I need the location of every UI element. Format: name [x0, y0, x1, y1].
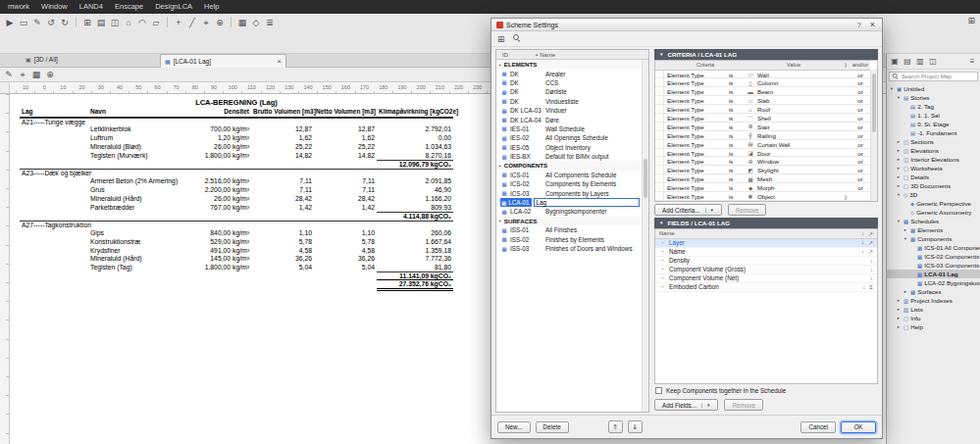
table-row[interactable]: Luftrum1,20 kg/m³1,621,620,00	[20, 134, 453, 143]
criteria-operator[interactable]: is	[729, 72, 747, 78]
project-map-icon[interactable]: ▣	[889, 57, 901, 66]
tree-caret-icon[interactable]: ▸	[896, 166, 902, 171]
field-row-embodied-carbon[interactable]: ▪Embodied Carbon↓Σ	[655, 283, 877, 292]
drag-handle-icon[interactable]: ⋮	[655, 166, 664, 174]
criteria-operator[interactable]: is	[729, 115, 747, 122]
sort-icon[interactable]: ↓	[862, 284, 865, 290]
toolbar-icon-9[interactable]: ◫	[108, 15, 122, 30]
sort-icon[interactable]: ↓	[870, 267, 873, 272]
tree-caret-icon[interactable]: ▸	[896, 316, 902, 321]
criteria-row-morph[interactable]: ⋮Element Typeis◆Morphor	[655, 183, 870, 192]
criteria-row-shell[interactable]: ⋮Element Typeis◠Shellor	[655, 114, 870, 123]
tree-caret-icon[interactable]: ▾	[903, 236, 908, 241]
quick-tool-icon-1[interactable]: ✎	[2, 67, 16, 82]
criteria-row-wall[interactable]: ⋮Element Typeis▭Wallor	[655, 71, 870, 79]
criteria-name[interactable]: Element Type	[664, 184, 729, 191]
tree-caret-icon[interactable]: ▸	[903, 289, 908, 294]
table-row[interactable]: Letklinkerblok700,00 kg/m³12,8712,872.79…	[20, 125, 453, 134]
scheme-list-scrollbar[interactable]	[642, 60, 648, 412]
tree-caret-icon[interactable]: ▾	[896, 219, 902, 223]
criteria-operator[interactable]: is	[729, 150, 747, 157]
tree-caret-icon[interactable]: ▾	[896, 95, 902, 100]
drag-handle-icon[interactable]: ⋮	[655, 149, 664, 158]
scheme-item-dk-arealer[interactable]: ▦DKArealer	[496, 69, 642, 77]
criteria-operator[interactable]: is	[729, 97, 747, 104]
remove-criteria-button[interactable]: Remove	[728, 204, 766, 216]
criteria-operator[interactable]: is	[729, 123, 747, 130]
help-button[interactable]: ?	[853, 22, 865, 28]
menu-enscape[interactable]: Enscape	[109, 0, 149, 14]
criteria-operator[interactable]: is	[729, 167, 747, 173]
tree-item-3d-documents[interactable]: ▸▢3D Documents	[887, 181, 980, 190]
criteria-row-skylight[interactable]: ⋮Element Typeis◩Skylightor	[655, 166, 870, 174]
new-button[interactable]: New...	[497, 421, 531, 433]
scheme-item-lca-02-bygningskomponenter[interactable]: ▦LCA-02Bygningskomponenter	[496, 207, 642, 216]
tree-item-elements[interactable]: ▸▦Elements	[887, 225, 980, 234]
column-header-name[interactable]: Name	[540, 52, 555, 58]
tree-item-schedules[interactable]: ▾▦Schedules	[887, 217, 980, 225]
criteria-operator[interactable]: is	[729, 184, 747, 191]
tree-item-1-fundament[interactable]: ▤-1. Fundament	[887, 128, 980, 137]
scheme-item-ics-01-all-components-schedule[interactable]: ▦ICS-01All Components Schedule	[496, 171, 642, 179]
criteria-value[interactable]: ▬Beam	[747, 88, 841, 95]
table-row[interactable]: Armeret Beton (2% Armering)2.516,00 kg/m…	[20, 177, 453, 186]
toolbar-icon-16[interactable]: ⌖	[199, 15, 213, 30]
list-view-icon[interactable]: ⊞	[497, 34, 505, 44]
scheme-item-iss-01-all-finishes[interactable]: ▦ISS-01All Finishes	[496, 225, 642, 234]
criteria-scrollbar[interactable]	[870, 70, 877, 201]
criteria-value[interactable]: ◆Morph	[747, 184, 841, 191]
menu-window[interactable]: Window	[35, 0, 74, 14]
column-header-name[interactable]: Name	[659, 230, 674, 236]
menu-mwork[interactable]: mwork	[2, 0, 35, 14]
tree-caret-icon[interactable]: ▸	[896, 324, 902, 329]
criteria-value[interactable]: ⊞Window	[747, 158, 841, 165]
criteria-value[interactable]: ◠Shell	[747, 115, 841, 122]
criteria-operator[interactable]: is	[729, 106, 747, 113]
scheme-item-ies-bx-default-for-bimx-output[interactable]: ▦IES-BXDefault for BIMx output	[496, 152, 642, 161]
table-row[interactable]: Mineraluld (Hård)145,00 kg/m³36,2636,267…	[20, 255, 453, 264]
sort-icon[interactable]: ↓	[861, 239, 864, 246]
drag-handle-icon[interactable]: ⋮	[655, 114, 664, 123]
add-criteria-button[interactable]: Add Criteria... ▼	[654, 204, 722, 216]
field-row-component-volume-gross[interactable]: ▪Component Volume (Gross)↓	[655, 266, 877, 274]
import-scheme-icon[interactable]: ⇑	[608, 420, 623, 433]
criteria-operator[interactable]: is	[729, 141, 747, 148]
drag-handle-icon[interactable]: ⋮	[655, 157, 664, 166]
quick-tool-icon-3[interactable]: ▦	[29, 67, 43, 82]
criteria-name[interactable]: Element Type	[664, 97, 729, 104]
drag-handle-icon[interactable]: ⋮	[655, 96, 664, 105]
table-row[interactable]: Krydsfiner491,00 kg/m³4,584,581.359,18	[20, 246, 453, 255]
toolbar-icon-17[interactable]: ⊕	[213, 15, 227, 30]
criteria-name[interactable]: Element Type	[664, 132, 729, 139]
total-row[interactable]: 27.352,76 kgCO₂	[20, 281, 453, 290]
tree-caret-icon[interactable]: ▾	[889, 86, 895, 91]
criteria-row-door[interactable]: ⋮Element Typeis◪Dooror	[655, 149, 870, 158]
drag-handle-icon[interactable]: ⋮	[655, 174, 664, 183]
criteria-value[interactable]: ◉Object	[747, 193, 841, 200]
criteria-value[interactable]: ▦Mesh	[747, 175, 841, 182]
toolbar-icon-11[interactable]: ◠	[135, 15, 149, 30]
scheme-name-edit-field[interactable]: Lag	[534, 198, 640, 207]
toolbar-icon-2[interactable]: ▭	[17, 15, 30, 30]
criteria-row-roof[interactable]: ⋮Element Typeis⌂Roofor	[655, 105, 870, 114]
tree-item-elevations[interactable]: ▸◫Elevations	[887, 146, 980, 155]
criteria-name[interactable]: Element Type	[664, 123, 729, 130]
drag-handle-icon[interactable]: ⋮	[655, 123, 664, 131]
scrollbar-thumb[interactable]	[644, 159, 647, 198]
tree-caret-icon[interactable]: ▸	[896, 148, 902, 153]
scheme-item-dk-ccs[interactable]: ▦DKCCS	[496, 78, 642, 87]
tree-item-components[interactable]: ▾▦Components	[887, 234, 980, 243]
criteria-name[interactable]: Element Type	[664, 193, 729, 200]
scheme-item-dk-lca-04-d-re[interactable]: ▦DK LCA-04Døre	[496, 115, 642, 123]
group-row[interactable]: A21-----Tunge vægge	[20, 118, 453, 126]
dialog-titlebar[interactable]: Scheme Settings ? ×	[491, 19, 882, 31]
table-row[interactable]: Mineraluld (Blød)26,00 kg/m³25,2225,221.…	[20, 143, 453, 152]
table-row[interactable]: Konstruktionstræ529,00 kg/m³5,785,781.66…	[20, 238, 453, 247]
tree-caret-icon[interactable]: ▸	[896, 157, 902, 162]
add-fields-button[interactable]: Add Fields... ▼	[654, 399, 718, 411]
toolbar-icon-19[interactable]: ▦	[235, 15, 249, 30]
keep-components-checkbox[interactable]: Keep Components together in the Schedule	[654, 384, 878, 397]
tree-item-surfaces[interactable]: ▸▦Surfaces	[887, 287, 980, 296]
toolbar-icon-1[interactable]: ▶	[3, 15, 17, 30]
field-row-density[interactable]: ▪Density↓	[655, 257, 877, 266]
